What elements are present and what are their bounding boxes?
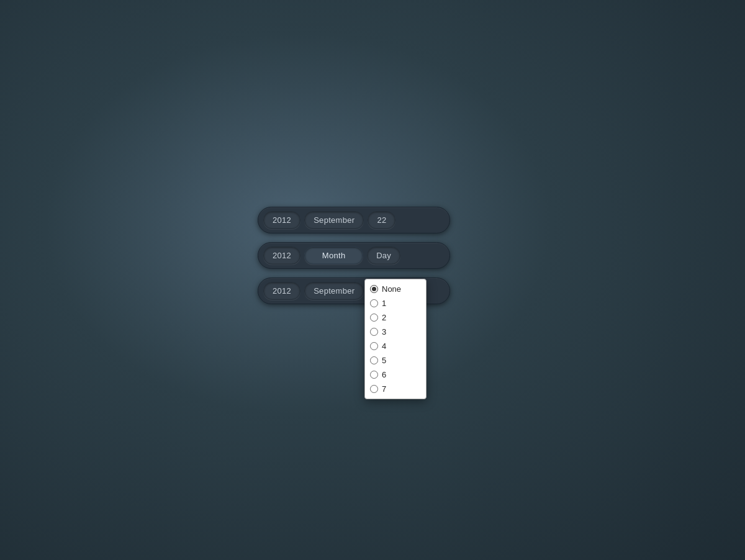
dropdown-item-label: None <box>382 284 401 294</box>
year-segment-2[interactable]: 2012 <box>263 246 300 264</box>
year-segment-1[interactable]: 2012 <box>263 211 300 229</box>
radio-circle <box>370 328 378 336</box>
dropdown-item[interactable]: 2 <box>365 310 426 325</box>
radio-circle <box>370 371 378 379</box>
dropdown-item-label: 4 <box>382 341 386 351</box>
dropdown-item-label: 3 <box>382 327 386 336</box>
radio-circle <box>370 385 378 393</box>
day-dropdown-panel: None1234567 <box>364 279 427 399</box>
date-picker-bar-1: 2012 September 22 <box>258 207 450 233</box>
year-segment-3[interactable]: 2012 <box>263 282 300 300</box>
radio-circle <box>370 285 378 293</box>
dropdown-list[interactable]: None1234567 <box>365 279 426 399</box>
date-picker-row-3-container: 2012 September Day None1234567 <box>258 278 450 304</box>
date-picker-bar-2: 2012 Month Day <box>258 242 450 269</box>
dropdown-item-label: 7 <box>382 384 386 394</box>
radio-circle <box>370 342 378 350</box>
day-segment-2[interactable]: Day <box>367 246 400 264</box>
dropdown-item-label: 6 <box>382 370 386 379</box>
dropdown-item[interactable]: 7 <box>365 382 426 396</box>
radio-circle <box>370 356 378 364</box>
dropdown-item[interactable]: 4 <box>365 339 426 353</box>
dropdown-item[interactable]: 1 <box>365 296 426 310</box>
date-widgets-container: 2012 September 22 2012 Month Day 2012 Se… <box>258 207 450 304</box>
radio-circle <box>370 314 378 322</box>
month-segment-2[interactable]: Month <box>304 246 363 264</box>
dropdown-item[interactable]: 3 <box>365 325 426 339</box>
radio-circle <box>370 299 378 307</box>
month-segment-1[interactable]: September <box>304 211 364 229</box>
dropdown-item[interactable]: None <box>365 282 426 296</box>
day-segment-1[interactable]: 22 <box>368 211 395 229</box>
month-segment-3[interactable]: September <box>304 282 364 300</box>
dropdown-item-label: 5 <box>382 356 386 365</box>
dropdown-item-label: 2 <box>382 313 386 322</box>
dropdown-item[interactable]: 6 <box>365 368 426 382</box>
dropdown-item-label: 1 <box>382 299 386 308</box>
dropdown-item[interactable]: 5 <box>365 353 426 368</box>
